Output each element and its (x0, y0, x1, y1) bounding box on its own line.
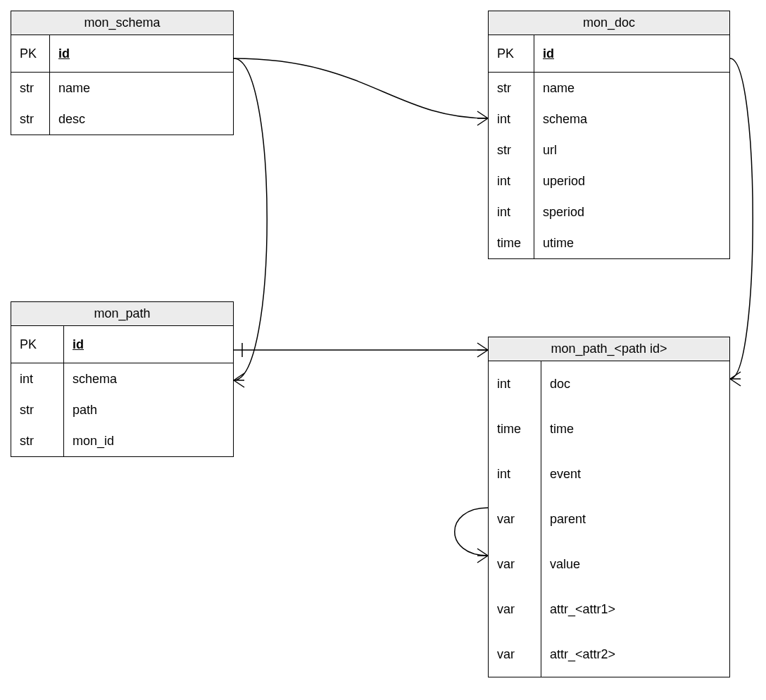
col-type: var (489, 496, 541, 542)
entity-title: mon_doc (489, 11, 729, 35)
col-name: mon_id (64, 425, 233, 456)
col-type: int (489, 451, 541, 496)
pk-name: id (64, 326, 233, 363)
entity-mon-path-id: mon_path_<path id> int doc time time int… (488, 337, 730, 677)
col-name: uperiod (534, 165, 729, 196)
col-name: desc (50, 104, 233, 135)
entity-mon-doc: mon_doc PK id str name int schema str ur… (488, 11, 730, 259)
col-type: time (489, 227, 534, 258)
svg-line-0 (477, 111, 488, 118)
col-name: speriod (534, 196, 729, 227)
col-type: str (11, 425, 64, 456)
col-name: value (541, 542, 729, 587)
col-type: str (11, 394, 64, 425)
entity-mon-path: mon_path PK id int schema str path str m… (11, 301, 234, 457)
col-type: var (489, 632, 541, 677)
col-type: int (489, 165, 534, 196)
col-name: schema (534, 104, 729, 135)
col-type: var (489, 542, 541, 587)
col-name: attr_<attr1> (541, 587, 729, 632)
svg-line-14 (477, 556, 488, 563)
col-name: url (534, 135, 729, 165)
svg-line-3 (234, 373, 244, 380)
col-name: name (50, 73, 233, 104)
svg-line-7 (477, 350, 488, 357)
col-name: schema (64, 363, 233, 394)
svg-line-6 (477, 343, 488, 350)
entity-title: mon_path (11, 302, 233, 326)
pk-type: PK (489, 35, 534, 72)
col-name: parent (541, 496, 729, 542)
col-name: time (541, 406, 729, 451)
col-name: doc (541, 361, 729, 406)
col-name: name (534, 73, 729, 104)
col-type: int (489, 196, 534, 227)
col-type: time (489, 406, 541, 451)
entity-title: mon_schema (11, 11, 233, 35)
col-type: int (489, 361, 541, 406)
pk-name: id (534, 35, 729, 72)
pk-name: id (50, 35, 233, 72)
svg-line-10 (730, 372, 741, 379)
col-name: path (64, 394, 233, 425)
col-name: utime (534, 227, 729, 258)
pk-type: PK (11, 35, 50, 72)
pk-type: PK (11, 326, 64, 363)
col-type: str (11, 73, 50, 104)
col-type: str (11, 104, 50, 135)
col-type: str (489, 135, 534, 165)
col-type: int (11, 363, 64, 394)
col-name: event (541, 451, 729, 496)
entity-mon-schema: mon_schema PK id str name str desc (11, 11, 234, 135)
svg-line-4 (234, 380, 244, 387)
entity-title: mon_path_<path id> (489, 337, 729, 361)
svg-line-1 (477, 118, 488, 125)
col-type: var (489, 587, 541, 632)
er-diagram-canvas: mon_schema PK id str name str desc mon_d… (0, 0, 766, 700)
svg-line-11 (730, 379, 741, 386)
svg-line-13 (477, 549, 488, 556)
col-name: attr_<attr2> (541, 632, 729, 677)
col-type: str (489, 73, 534, 104)
col-type: int (489, 104, 534, 135)
